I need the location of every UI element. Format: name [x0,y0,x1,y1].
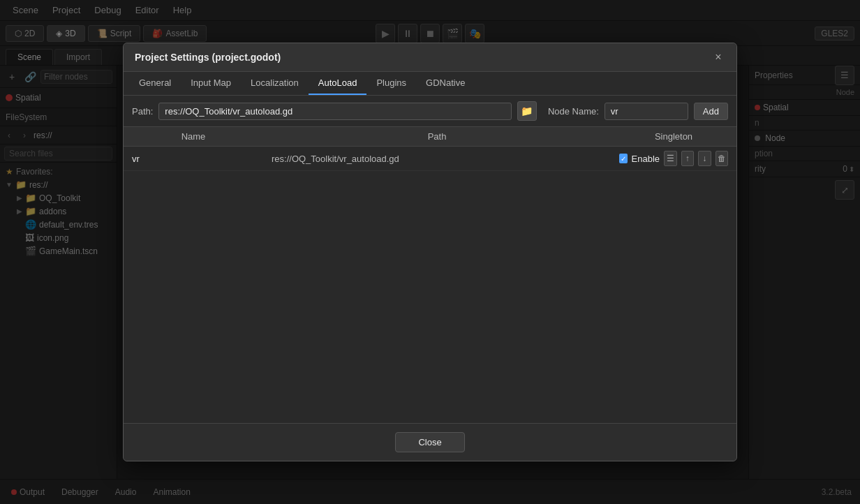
project-settings-dialog: Project Settings (project.godot) × Gener… [123,43,737,461]
row-path: res://OQ_Toolkit/vr_autoload.gd [263,154,611,164]
table-row: vr res://OQ_Toolkit/vr_autoload.gd ✓ Ena… [124,147,736,171]
modal-title: Project Settings (project.godot) [135,52,281,63]
modal-tab-autoload[interactable]: AutoLoad [309,72,367,95]
row-action-down[interactable]: ↓ [698,151,711,166]
add-autoload-button[interactable]: Add [694,103,728,120]
row-action-list[interactable]: ☰ [664,151,677,166]
modal-close-button[interactable]: × [711,50,725,64]
node-name-input[interactable] [605,103,688,120]
modal-table-body: vr res://OQ_Toolkit/vr_autoload.gd ✓ Ena… [124,147,736,423]
enable-checkbox[interactable]: ✓ [619,154,628,163]
row-action-up[interactable]: ↑ [681,151,695,166]
row-action-delete[interactable]: 🗑 [716,151,729,166]
modal-overlay: Project Settings (project.godot) × Gener… [0,0,860,504]
node-name-label: Node Name: [548,106,599,117]
modal-tabs: General Input Map Localization AutoLoad … [124,72,736,96]
path-label: Path: [132,106,153,117]
row-name: vr [124,154,263,164]
modal-tab-general[interactable]: General [129,72,181,95]
path-input[interactable] [158,103,512,120]
modal-path-row: Path: 📁 Node Name: Add [124,96,736,127]
modal-tab-gdnative[interactable]: GDNative [416,72,475,95]
folder-browse-button[interactable]: 📁 [517,101,537,121]
modal-titlebar: Project Settings (project.godot) × [124,43,736,72]
modal-tab-plugins[interactable]: Plugins [366,72,416,95]
col-header-path: Path [263,131,611,142]
modal-tab-input-map[interactable]: Input Map [181,72,241,95]
modal-footer: Close [124,423,736,461]
close-button[interactable]: Close [395,432,464,452]
row-singleton: ✓ Enable ☰ ↑ ↓ 🗑 [611,151,736,166]
modal-table-header: Name Path Singleton [124,127,736,147]
modal-tab-localization[interactable]: Localization [241,72,309,95]
col-header-singleton: Singleton [611,131,736,142]
col-header-name: Name [124,131,263,142]
enable-label: Enable [632,154,660,164]
